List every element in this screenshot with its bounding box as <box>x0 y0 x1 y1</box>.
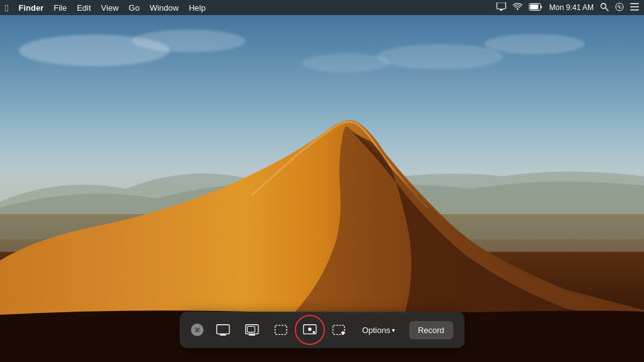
menubar-left:  Finder File Edit View Go Window Help <box>5 3 206 13</box>
edit-menu[interactable]: Edit <box>77 3 91 13</box>
control-center-icon[interactable] <box>630 3 639 13</box>
view-menu[interactable]: View <box>101 3 119 13</box>
menubar-right: Mon 9:41 AM <box>496 3 639 13</box>
capture-selected-window-button[interactable] <box>240 318 264 342</box>
svg-point-6 <box>302 54 390 72</box>
finder-menu[interactable]: Finder <box>18 3 43 13</box>
go-menu[interactable]: Go <box>129 3 140 13</box>
airplay-icon[interactable] <box>496 3 506 13</box>
record-button[interactable]: Record <box>409 321 453 339</box>
file-menu[interactable]: File <box>53 3 67 13</box>
apple-menu[interactable]:  <box>5 3 8 13</box>
svg-rect-9 <box>530 4 538 9</box>
capture-entire-screen-button[interactable] <box>211 318 235 342</box>
svg-point-24 <box>341 331 345 334</box>
screenshot-toolbar: Options▾ Record <box>180 312 465 348</box>
wifi-icon[interactable] <box>513 3 523 13</box>
svg-rect-18 <box>247 327 255 332</box>
svg-point-7 <box>517 8 518 9</box>
svg-rect-16 <box>217 325 230 334</box>
svg-point-4 <box>377 44 503 69</box>
options-button[interactable]: Options▾ <box>356 321 402 339</box>
menu-bar:  Finder File Edit View Go Window Help <box>0 0 644 15</box>
svg-point-10 <box>601 3 606 8</box>
record-selected-portion-button[interactable] <box>327 318 351 342</box>
svg-point-22 <box>313 331 315 334</box>
siri-icon[interactable] <box>615 3 624 13</box>
close-button[interactable] <box>191 324 204 336</box>
svg-rect-15 <box>630 9 639 11</box>
svg-rect-13 <box>630 3 639 4</box>
svg-line-11 <box>606 8 608 11</box>
desktop-background <box>0 0 644 362</box>
help-menu[interactable]: Help <box>189 3 206 13</box>
svg-point-5 <box>484 34 585 54</box>
svg-rect-14 <box>630 6 639 8</box>
capture-selected-portion-button[interactable] <box>269 318 293 342</box>
search-icon[interactable] <box>600 3 609 13</box>
svg-rect-19 <box>275 325 286 335</box>
clock: Mon 9:41 AM <box>549 3 594 12</box>
svg-point-21 <box>308 327 312 331</box>
record-entire-screen-button[interactable] <box>298 318 322 342</box>
window-menu[interactable]: Window <box>150 3 179 13</box>
svg-point-3 <box>132 30 245 52</box>
battery-icon[interactable] <box>529 3 543 13</box>
